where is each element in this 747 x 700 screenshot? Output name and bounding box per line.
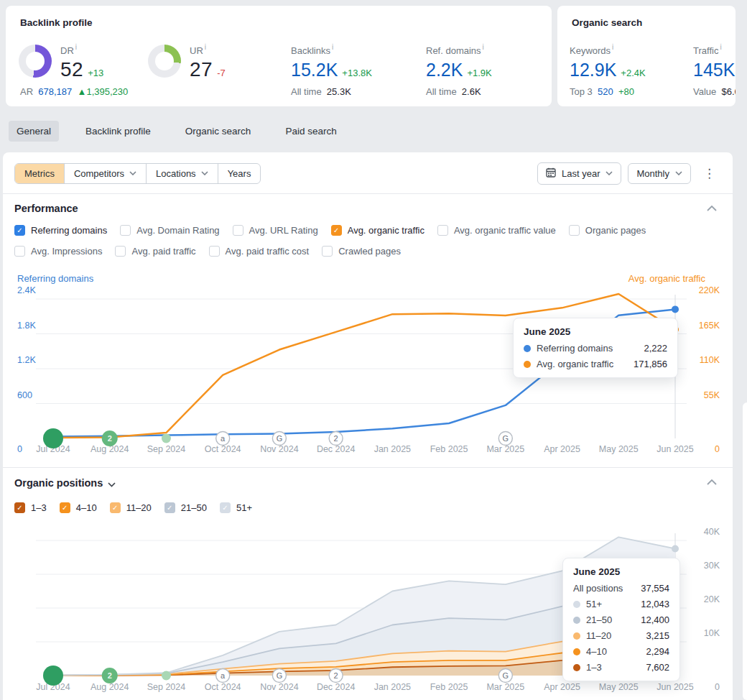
tab-paid-search[interactable]: Paid search <box>277 121 344 142</box>
svg-text:2.4K: 2.4K <box>17 286 36 295</box>
kebab-menu-icon[interactable]: ⋮ <box>697 166 721 181</box>
checkbox-1-3[interactable]: ✓1–3 <box>14 502 47 513</box>
tooltip-row-label: 51+ <box>586 599 635 609</box>
unchecked-checkbox-icon[interactable] <box>120 225 131 236</box>
unchecked-checkbox-icon[interactable] <box>209 246 220 257</box>
tooltip-row-value: 2,222 <box>644 343 667 354</box>
series-dot-icon <box>573 617 580 624</box>
tooltip-row-value: 2,294 <box>646 646 669 657</box>
svg-text:220K: 220K <box>699 286 720 295</box>
tooltip-row-label: Referring domains <box>537 343 638 354</box>
tooltip-row-value: 12,400 <box>641 614 669 625</box>
checkbox-crawled-pages[interactable]: Crawled pages <box>322 246 401 257</box>
tooltip-row-label: 4–10 <box>586 646 640 657</box>
chevron-down-icon <box>675 171 682 175</box>
info-icon[interactable]: i <box>483 43 484 51</box>
collapse-positions-icon[interactable] <box>707 479 717 485</box>
tooltip-row-value: 37,554 <box>641 583 669 594</box>
tab-backlink-profile[interactable]: Backlink profile <box>78 121 159 142</box>
unchecked-checkbox-icon[interactable] <box>233 225 243 236</box>
performance-heading: Performance <box>14 203 78 214</box>
checkbox-11-20[interactable]: ✓11–20 <box>110 502 152 513</box>
series-dot-icon <box>573 601 580 608</box>
svg-text:Feb 2025: Feb 2025 <box>430 682 468 692</box>
series-dot-icon <box>573 664 580 671</box>
checkbox-avg-paid-traffic[interactable]: Avg. paid traffic <box>115 246 195 257</box>
dr-label: DR <box>60 45 74 56</box>
svg-text:1.8K: 1.8K <box>17 321 36 331</box>
checkbox-label: 1–3 <box>31 502 47 513</box>
checkbox-label: Referring domains <box>31 225 107 236</box>
checkbox-label: Avg. organic traffic value <box>454 225 556 236</box>
info-icon[interactable]: i <box>612 43 613 51</box>
unchecked-checkbox-icon[interactable] <box>115 246 126 257</box>
keywords-value[interactable]: 12.9K <box>570 60 616 80</box>
checked-checkbox-icon[interactable]: ✓ <box>60 502 70 513</box>
checkbox-avg-organic-traffic-value[interactable]: Avg. organic traffic value <box>437 225 556 236</box>
info-icon[interactable]: i <box>75 43 77 51</box>
svg-text:2: 2 <box>108 434 112 443</box>
collapse-performance-icon[interactable] <box>707 206 717 211</box>
ur-value: 27 <box>190 58 213 80</box>
url-rating-donut <box>148 45 181 78</box>
unchecked-checkbox-icon[interactable] <box>569 225 580 236</box>
checked-checkbox-icon[interactable]: ✓ <box>110 502 121 513</box>
chevron-down-icon <box>108 476 116 489</box>
backlinks-value[interactable]: 15.2K <box>291 60 338 80</box>
report-tab-bar: General Backlink profile Organic search … <box>9 121 345 142</box>
svg-text:30K: 30K <box>704 561 720 571</box>
unchecked-checkbox-icon[interactable] <box>14 246 25 257</box>
checkbox-avg-paid-traffic-cost[interactable]: Avg. paid traffic cost <box>209 246 310 257</box>
date-range-button[interactable]: Last year <box>537 162 621 185</box>
ref-domains-alltime: All time 2.6K <box>426 86 481 97</box>
organic-positions-heading[interactable]: Organic positions <box>14 476 116 489</box>
checkbox-label: Organic pages <box>585 225 646 236</box>
checked-checkbox-icon[interactable]: ✓ <box>331 225 342 236</box>
svg-text:0: 0 <box>715 444 720 454</box>
info-icon[interactable]: i <box>332 43 333 51</box>
series-dot-icon <box>524 361 531 368</box>
unchecked-checkbox-icon[interactable] <box>437 225 448 236</box>
svg-text:2: 2 <box>334 671 338 680</box>
checkbox-4-10[interactable]: ✓4–10 <box>60 502 97 513</box>
segment-locations[interactable]: Locations <box>147 164 218 183</box>
checkbox-referring-domains[interactable]: ✓Referring domains <box>14 225 107 236</box>
unchecked-checkbox-icon[interactable] <box>322 246 333 257</box>
traffic-label: Traffic <box>693 45 718 56</box>
tab-general[interactable]: General <box>9 121 59 142</box>
checked-checkbox-icon[interactable]: ✓ <box>220 502 231 513</box>
svg-text:Jan 2025: Jan 2025 <box>374 444 411 454</box>
checkbox-avg-organic-traffic[interactable]: ✓Avg. organic traffic <box>331 225 424 236</box>
checked-checkbox-icon[interactable]: ✓ <box>14 225 25 236</box>
checkbox-avg-url-rating[interactable]: Avg. URL Rating <box>233 225 318 236</box>
info-icon[interactable]: i <box>205 43 206 51</box>
keywords-delta: +2.4K <box>621 68 645 78</box>
segment-years[interactable]: Years <box>218 164 261 183</box>
ref-domains-delta: +1.9K <box>467 68 491 78</box>
svg-text:G: G <box>277 434 283 443</box>
chart-toolbar: Metrics Competitors Locations Years Last… <box>14 162 721 185</box>
checked-checkbox-icon[interactable]: ✓ <box>14 502 25 513</box>
checkbox-avg-impressions[interactable]: Avg. Impressions <box>14 246 102 257</box>
calendar-icon <box>546 167 556 180</box>
checkbox-avg-domain-rating[interactable]: Avg. Domain Rating <box>120 225 219 236</box>
series-dot-icon <box>573 648 580 655</box>
checkbox-organic-pages[interactable]: Organic pages <box>569 225 646 236</box>
info-icon[interactable]: i <box>720 43 721 51</box>
segment-competitors[interactable]: Competitors <box>65 164 147 183</box>
tab-organic-search[interactable]: Organic search <box>177 121 259 142</box>
performance-metric-toggles-row1: ✓Referring domainsAvg. Domain RatingAvg.… <box>14 225 646 236</box>
svg-text:20K: 20K <box>704 594 720 604</box>
granularity-button[interactable]: Monthly <box>628 163 691 184</box>
tooltip-row-label: 1–3 <box>586 662 640 673</box>
traffic-value[interactable]: 145K <box>693 60 735 80</box>
checkbox-51-[interactable]: ✓51+ <box>220 502 252 513</box>
svg-text:Jun 2025: Jun 2025 <box>656 444 693 454</box>
checked-checkbox-icon[interactable]: ✓ <box>164 502 175 513</box>
ref-domains-value[interactable]: 2.2K <box>426 60 463 80</box>
tooltip-title: June 2025 <box>573 566 669 577</box>
checkbox-label: 51+ <box>236 502 252 513</box>
segment-metrics[interactable]: Metrics <box>15 164 65 183</box>
ahrefs-rank-line: AR 678,187 ▲1,395,230 <box>20 86 128 97</box>
checkbox-21-50[interactable]: ✓21–50 <box>164 502 207 513</box>
